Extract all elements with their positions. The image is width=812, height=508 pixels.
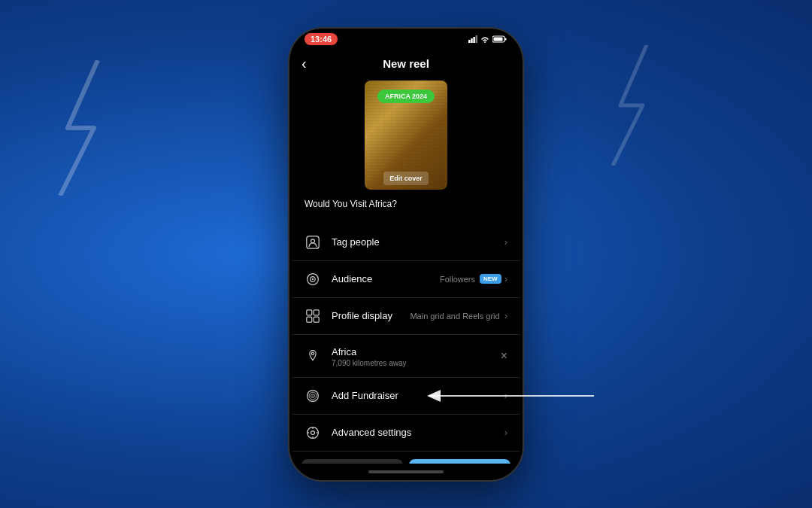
menu-item-location[interactable]: Africa 7,090 kilometres away × [292, 335, 520, 378]
advanced-settings-label: Advanced settings [332, 427, 504, 438]
bottom-buttons: Save draft Share [289, 452, 523, 464]
svg-point-11 [312, 278, 314, 279]
audience-icon [304, 271, 321, 287]
home-bar [368, 470, 444, 473]
tag-people-label: Tag people [332, 236, 504, 248]
back-button[interactable]: ‹ [301, 55, 307, 72]
signal-icon [468, 35, 477, 43]
location-label: Africa [332, 346, 356, 357]
menu-item-profile-display[interactable]: Profile display Main grid and Reels grid… [292, 298, 520, 335]
new-badge: NEW [480, 274, 501, 284]
chevron-icon-audience: › [504, 273, 508, 284]
location-info: Africa 7,090 kilometres away [332, 345, 501, 367]
svg-point-8 [311, 239, 315, 242]
chevron-icon: › [504, 236, 508, 248]
status-icons [468, 35, 508, 43]
home-indicator [289, 464, 523, 480]
page-title: New reel [383, 57, 429, 70]
menu-item-advanced-settings[interactable]: Advanced settings › [292, 415, 520, 452]
cover-badge: AFRICA 2024 [377, 90, 435, 103]
remove-location-button[interactable]: × [501, 349, 508, 363]
wifi-icon [480, 35, 489, 43]
status-time: 13:46 [304, 33, 338, 45]
screen-content: ‹ New reel AFRICA 2024 Edit cover Would … [289, 50, 523, 464]
chevron-icon-advanced: › [504, 427, 508, 438]
lightning-left-icon [45, 60, 135, 196]
svg-rect-2 [473, 37, 475, 43]
caption-text[interactable]: Would You Visit Africa? [289, 199, 523, 215]
edit-cover-button[interactable]: Edit cover [383, 172, 429, 185]
phone-frame: 13:46 ‹ New reel [289, 29, 523, 480]
notch [376, 29, 436, 42]
profile-display-value: Main grid and Reels grid [410, 312, 499, 321]
menu-item-audience[interactable]: Audience Followers NEW › [292, 261, 520, 298]
menu-section: Tag people › Audience Followers NEW › [289, 224, 523, 452]
svg-rect-15 [314, 317, 319, 322]
fundraiser-icon [304, 388, 321, 404]
top-nav: ‹ New reel [289, 50, 523, 78]
audience-label: Audience [332, 273, 440, 284]
chevron-icon-profile: › [504, 310, 508, 321]
arrow-annotation [429, 395, 594, 397]
status-bar: 13:46 [289, 29, 523, 50]
svg-rect-13 [314, 309, 319, 315]
cover-container: AFRICA 2024 Edit cover [289, 81, 523, 190]
svg-rect-1 [471, 38, 473, 43]
svg-rect-6 [494, 37, 503, 41]
svg-point-16 [311, 352, 314, 354]
svg-rect-5 [505, 38, 507, 40]
svg-rect-12 [307, 309, 312, 315]
lightning-right-icon [601, 45, 677, 166]
cover-image[interactable]: AFRICA 2024 Edit cover [365, 81, 447, 190]
arrow-line [429, 395, 594, 397]
battery-icon [492, 35, 508, 43]
audience-value: Followers [440, 275, 475, 284]
location-sublabel: 7,090 kilometres away [332, 359, 501, 367]
svg-rect-3 [476, 35, 477, 43]
svg-rect-0 [468, 40, 471, 43]
menu-item-tag-people[interactable]: Tag people › [292, 224, 520, 261]
svg-rect-14 [307, 317, 312, 322]
grid-icon [304, 308, 321, 324]
svg-point-22 [311, 430, 315, 434]
location-icon [304, 348, 321, 364]
svg-point-20 [312, 395, 314, 397]
svg-rect-7 [307, 236, 319, 248]
tag-person-icon [304, 234, 321, 251]
settings-icon [304, 424, 321, 441]
profile-display-label: Profile display [332, 310, 410, 321]
